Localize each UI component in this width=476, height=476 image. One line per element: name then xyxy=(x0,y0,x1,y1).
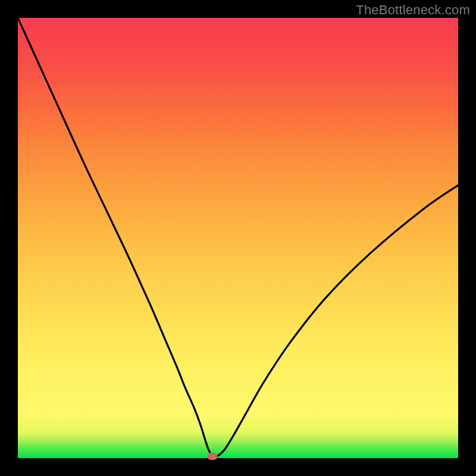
watermark-text: TheBottleneck.com xyxy=(356,2,470,18)
bottleneck-curve xyxy=(18,18,458,458)
optimal-point-marker xyxy=(208,453,217,460)
plot-area xyxy=(18,18,458,458)
chart-frame: TheBottleneck.com xyxy=(0,0,476,476)
